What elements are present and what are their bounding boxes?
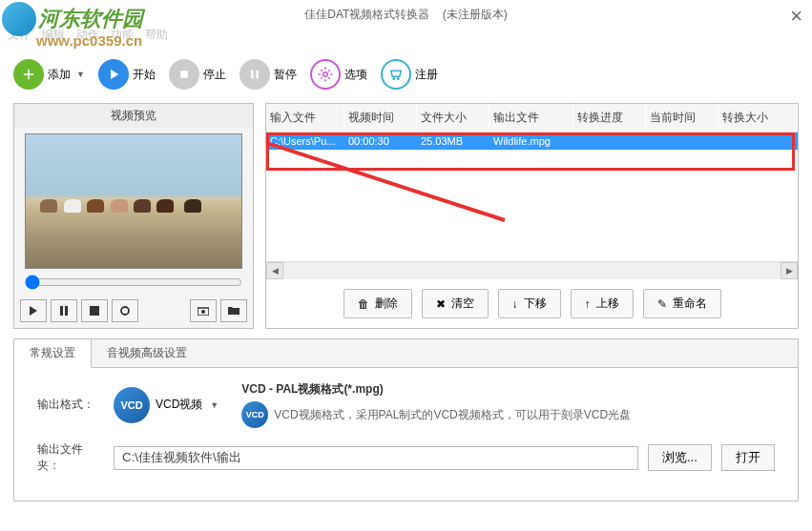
add-button[interactable]: 添加 ▼ [13, 59, 85, 90]
header-size[interactable]: 文件大小 [417, 104, 489, 132]
moveup-button[interactable]: ↑上移 [571, 289, 634, 318]
svg-point-3 [323, 72, 328, 77]
play-icon [98, 59, 129, 90]
svg-rect-1 [251, 71, 253, 79]
arrow-down-icon: ↓ [512, 297, 518, 311]
clear-button[interactable]: ✖清空 [422, 289, 489, 318]
scroll-track[interactable] [283, 262, 781, 279]
x-icon: ✖ [436, 297, 446, 311]
options-button[interactable]: 选项 [310, 59, 367, 90]
chevron-down-icon: ▼ [210, 400, 219, 410]
menu-file[interactable]: 文件 [8, 27, 31, 43]
output-folder-input[interactable] [114, 446, 638, 470]
header-outsize[interactable]: 转换大小 [718, 104, 798, 132]
cart-icon [381, 59, 411, 90]
preview-pause-button[interactable] [51, 299, 77, 322]
delete-button[interactable]: 🗑删除 [344, 289, 412, 318]
svg-rect-0 [180, 71, 188, 78]
chevron-down-icon: ▼ [76, 70, 85, 79]
vcd-badge-icon: VCD [114, 387, 150, 423]
header-duration[interactable]: 视频时间 [344, 104, 417, 132]
menu-function[interactable]: 功能 [111, 27, 134, 43]
format-select[interactable]: VCD VCD视频 ▼ [114, 387, 219, 423]
svg-point-8 [201, 310, 205, 314]
svg-rect-5 [65, 306, 68, 316]
file-list-panel: 输入文件 视频时间 文件大小 输出文件 转换进度 当前时间 转换大小 C:\Us… [265, 103, 799, 329]
menu-action[interactable]: 动作 [76, 27, 99, 43]
register-button[interactable]: 注册 [381, 59, 438, 90]
pause-button[interactable]: 暂停 [239, 59, 297, 90]
settings-panel: 常规设置 音视频高级设置 输出格式： VCD VCD视频 ▼ VCD - PAL… [13, 338, 799, 501]
window-subtitle: (未注册版本) [443, 8, 508, 21]
preview-folder-button[interactable] [220, 299, 247, 322]
titlebar: 佳佳DAT视频格式转换器 (未注册版本) × [0, 0, 812, 29]
header-progress[interactable]: 转换进度 [573, 104, 646, 132]
vcd-badge-small-icon: VCD [241, 401, 268, 428]
scroll-right-icon[interactable]: ▶ [781, 262, 798, 279]
tab-advanced[interactable]: 音视频高级设置 [92, 339, 202, 367]
format-name: VCD视频 [156, 397, 202, 413]
folder-label: 输出文件夹： [37, 441, 104, 474]
header-output[interactable]: 输出文件 [489, 104, 573, 132]
format-label: 输出格式： [37, 397, 104, 413]
rename-icon: ✎ [657, 297, 667, 311]
scroll-left-icon[interactable]: ◀ [266, 262, 283, 279]
rename-button[interactable]: ✎重命名 [643, 289, 721, 318]
open-button[interactable]: 打开 [721, 444, 775, 471]
tab-general[interactable]: 常规设置 [14, 339, 92, 368]
format-title: VCD - PAL视频格式(*.mpg) [241, 381, 631, 398]
preview-loop-button[interactable] [112, 299, 138, 322]
format-desc: VCD视频格式，采用PAL制式的VCD视频格式，可以用于刻录VCD光盘 [274, 407, 631, 423]
toolbar: 添加 ▼ 开始 停止 暂停 选项 注册 [0, 51, 812, 97]
list-header-row: 输入文件 视频时间 文件大小 输出文件 转换进度 当前时间 转换大小 [266, 104, 798, 133]
preview-title: 视频预览 [14, 104, 253, 128]
svg-rect-2 [256, 71, 258, 79]
svg-rect-4 [60, 306, 63, 316]
horizontal-scrollbar[interactable]: ◀ ▶ [266, 261, 798, 279]
list-body[interactable]: C:\Users\Pu... 00:00:30 25.03MB Wildlife… [266, 133, 798, 261]
stop-icon [169, 59, 199, 90]
preview-thumbnail [25, 133, 242, 269]
movedown-button[interactable]: ↓下移 [498, 289, 561, 318]
preview-snapshot-button[interactable] [190, 299, 217, 322]
preview-play-button[interactable] [20, 299, 47, 322]
preview-panel: 视频预览 [13, 103, 254, 329]
menubar: 文件 编辑 动作 功能 帮助 [8, 27, 168, 43]
header-input[interactable]: 输入文件 [266, 104, 344, 132]
close-icon[interactable]: × [790, 4, 802, 29]
menu-help[interactable]: 帮助 [145, 27, 168, 43]
preview-stop-button[interactable] [81, 299, 108, 322]
gear-icon [310, 59, 341, 90]
seek-slider[interactable] [25, 275, 242, 290]
trash-icon: 🗑 [358, 297, 369, 311]
plus-icon [13, 59, 44, 90]
svg-rect-6 [90, 306, 99, 316]
start-button[interactable]: 开始 [98, 59, 156, 90]
window-title: 佳佳DAT视频格式转换器 [304, 8, 429, 21]
menu-edit[interactable]: 编辑 [42, 27, 65, 43]
browse-button[interactable]: 浏览... [648, 444, 712, 471]
stop-button[interactable]: 停止 [169, 59, 226, 90]
pause-icon [239, 59, 270, 90]
table-row[interactable]: C:\Users\Pu... 00:00:30 25.03MB Wildlife… [266, 133, 798, 150]
header-curtime[interactable]: 当前时间 [646, 104, 718, 132]
arrow-up-icon: ↑ [585, 297, 591, 311]
